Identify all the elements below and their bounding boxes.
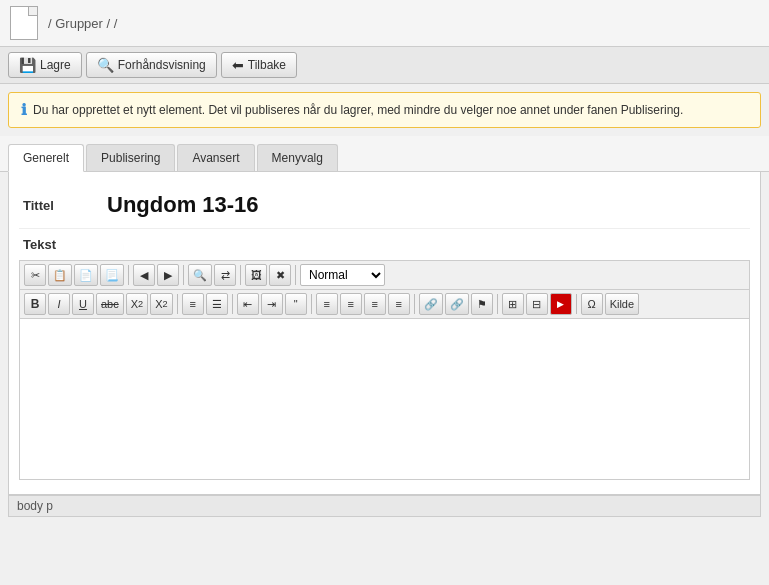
preview-icon: 🔍 — [97, 57, 114, 73]
ed-unlink-btn[interactable]: 🔗 — [445, 293, 469, 315]
title-label: Tittel — [23, 198, 103, 213]
tab-bar: Generelt Publisering Avansert Menyvalg — [0, 136, 769, 172]
breadcrumb: / Grupper / / — [48, 16, 117, 31]
ed-align-left-btn[interactable]: ≡ — [316, 293, 338, 315]
preview-label: Forhåndsvisning — [118, 58, 206, 72]
ed-redo-btn[interactable]: ▶ — [157, 264, 179, 286]
ed-paste-btn[interactable]: 📄 — [74, 264, 98, 286]
tab-avansert[interactable]: Avansert — [177, 144, 254, 171]
tab-generelt[interactable]: Generelt — [8, 144, 84, 172]
ed-strike-btn[interactable]: abc — [96, 293, 124, 315]
ed-replace-btn[interactable]: ⇄ — [214, 264, 236, 286]
ed-table2-btn[interactable]: ⊟ — [526, 293, 548, 315]
ed-undo-btn[interactable]: ◀ — [133, 264, 155, 286]
ed-ordered-list-btn[interactable]: ≡ — [182, 293, 204, 315]
ed-unordered-list-btn[interactable]: ☰ — [206, 293, 228, 315]
source-label: Kilde — [610, 298, 634, 310]
ed-cut-btn[interactable]: ✂ — [24, 264, 46, 286]
ed-clear-btn[interactable]: ✖ — [269, 264, 291, 286]
editor-body[interactable] — [20, 319, 749, 479]
ed-sup-btn[interactable]: X2 — [150, 293, 172, 315]
ed-find-btn[interactable]: 🔍 — [188, 264, 212, 286]
ed-copy-btn[interactable]: 📋 — [48, 264, 72, 286]
ed-paste-text-btn[interactable]: 📃 — [100, 264, 124, 286]
info-banner: ℹ Du har opprettet et nytt element. Det … — [8, 92, 761, 128]
preview-button[interactable]: 🔍 Forhåndsvisning — [86, 52, 217, 78]
save-label: Lagre — [40, 58, 71, 72]
ed-bold-btn[interactable]: B — [24, 293, 46, 315]
ed-align-right-btn[interactable]: ≡ — [364, 293, 386, 315]
ed-italic-btn[interactable]: I — [48, 293, 70, 315]
sep6 — [232, 294, 233, 314]
info-icon: ℹ — [21, 101, 27, 119]
sep3 — [240, 265, 241, 285]
sep2 — [183, 265, 184, 285]
save-button[interactable]: 💾 Lagre — [8, 52, 82, 78]
top-bar: / Grupper / / — [0, 0, 769, 47]
ed-indent-btn[interactable]: ⇥ — [261, 293, 283, 315]
sep10 — [576, 294, 577, 314]
ed-align-center-btn[interactable]: ≡ — [340, 293, 362, 315]
text-section-label: Tekst — [19, 229, 750, 256]
ed-youtube-btn[interactable]: ▶ — [550, 293, 572, 315]
sep8 — [414, 294, 415, 314]
file-icon — [10, 6, 38, 40]
content-area: Tittel Tekst ✂ 📋 📄 📃 ◀ ▶ 🔍 ⇄ 🖼 ✖ Normal … — [8, 172, 761, 495]
ed-align-justify-btn[interactable]: ≡ — [388, 293, 410, 315]
back-icon: ⬅ — [232, 57, 244, 73]
ed-outdent-btn[interactable]: ⇤ — [237, 293, 259, 315]
banner-message: Du har opprettet et nytt element. Det vi… — [33, 103, 683, 117]
main-toolbar: 💾 Lagre 🔍 Forhåndsvisning ⬅ Tilbake — [0, 47, 769, 84]
status-text: body p — [17, 499, 53, 513]
editor-container: ✂ 📋 📄 📃 ◀ ▶ 🔍 ⇄ 🖼 ✖ Normal Heading 1 Hea… — [19, 260, 750, 480]
ed-table-btn[interactable]: ⊞ — [502, 293, 524, 315]
save-icon: 💾 — [19, 57, 36, 73]
sep7 — [311, 294, 312, 314]
ed-image-btn[interactable]: 🖼 — [245, 264, 267, 286]
sep4 — [295, 265, 296, 285]
title-row: Tittel — [19, 182, 750, 229]
ed-anchor-btn[interactable]: ⚑ — [471, 293, 493, 315]
sep1 — [128, 265, 129, 285]
tab-menyvalg[interactable]: Menyvalg — [257, 144, 338, 171]
editor-toolbar-2: B I U abc X2 X2 ≡ ☰ ⇤ ⇥ " ≡ ≡ ≡ ≡ 🔗 🔗 ⚑ … — [20, 290, 749, 319]
ed-underline-btn[interactable]: U — [72, 293, 94, 315]
status-bar: body p — [8, 495, 761, 517]
tab-publisering[interactable]: Publisering — [86, 144, 175, 171]
sep5 — [177, 294, 178, 314]
ed-link-btn[interactable]: 🔗 — [419, 293, 443, 315]
ed-format-select[interactable]: Normal Heading 1 Heading 2 Heading 3 — [300, 264, 385, 286]
ed-source-btn[interactable]: Kilde — [605, 293, 639, 315]
back-button[interactable]: ⬅ Tilbake — [221, 52, 297, 78]
ed-blockquote-btn[interactable]: " — [285, 293, 307, 315]
editor-toolbar-1: ✂ 📋 📄 📃 ◀ ▶ 🔍 ⇄ 🖼 ✖ Normal Heading 1 Hea… — [20, 261, 749, 290]
sep9 — [497, 294, 498, 314]
ed-sub-btn[interactable]: X2 — [126, 293, 148, 315]
ed-special-btn[interactable]: Ω — [581, 293, 603, 315]
title-input[interactable] — [103, 190, 746, 220]
back-label: Tilbake — [248, 58, 286, 72]
